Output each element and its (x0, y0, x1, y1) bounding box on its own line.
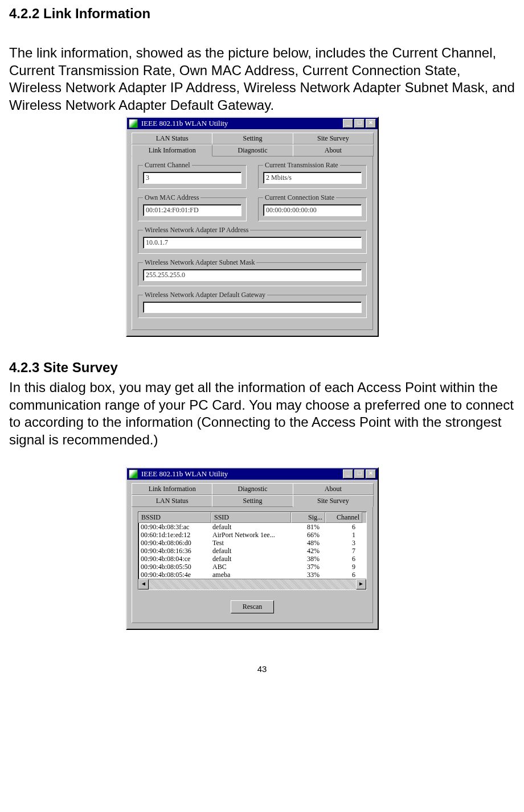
table-row[interactable]: 00:90:4b:08:3f:acdefault81%6 (138, 523, 366, 531)
tab-setting[interactable]: Setting (212, 495, 293, 507)
window-title: IEEE 802.11b WLAN Utility (140, 119, 342, 128)
listview-header[interactable]: BSSID SSID Sig... Channel (138, 512, 366, 523)
label-ip: Wireless Network Adapter IP Address (143, 226, 250, 234)
cell-bssid: 00:90:4b:08:16:36 (138, 547, 210, 555)
value-ip: 10.0.1.7 (143, 237, 362, 249)
table-row[interactable]: 00:90:4b:08:05:50ABC37%9 (138, 563, 366, 571)
page-number: 43 (9, 664, 515, 674)
heading-link-information: 4.2.2 Link Information (9, 6, 515, 22)
tab-diagnostic[interactable]: Diagnostic (212, 145, 293, 156)
cell-bssid: 00:90:4b:08:05:4e (138, 571, 210, 579)
cell-signal: 42% (289, 547, 322, 555)
horizontal-scrollbar[interactable]: ◄ ► (138, 579, 366, 590)
maximize-button[interactable]: □ (354, 469, 365, 479)
tab-setting[interactable]: Setting (212, 133, 293, 145)
cell-channel: 6 (322, 555, 358, 563)
cell-bssid: 00:90:4b:08:3f:ac (138, 523, 210, 531)
group-own-mac: Own MAC Address 00:01:24:F0:01:FD (138, 193, 247, 221)
tab-link-information[interactable]: Link Information (132, 483, 212, 495)
label-subnet: Wireless Network Adapter Subnet Mask (143, 258, 256, 267)
scroll-right-button[interactable]: ► (356, 579, 366, 590)
tab-site-survey[interactable]: Site Survey (293, 495, 374, 507)
cell-ssid: ABC (210, 563, 289, 571)
cell-signal: 33% (289, 571, 322, 579)
minimize-button[interactable]: _ (343, 119, 353, 128)
group-current-channel: Current Channel 3 (138, 161, 247, 189)
label-tx-rate: Current Transmission Rate (263, 161, 340, 170)
value-conn-state: 00:00:00:00:00:00 (263, 204, 362, 216)
table-row[interactable]: 00:60:1d:1e:ed:12AirPort Network 1ee...6… (138, 531, 366, 539)
cell-bssid: 00:90:4b:08:06:d0 (138, 539, 210, 547)
tab-about[interactable]: About (293, 483, 374, 495)
scroll-track[interactable] (149, 579, 356, 590)
paragraph-site-survey: In this dialog box, you may get all the … (9, 379, 515, 449)
cell-signal: 81% (289, 523, 322, 531)
col-bssid[interactable]: BSSID (138, 512, 211, 523)
label-own-mac: Own MAC Address (143, 193, 200, 202)
cell-ssid: Test (210, 539, 289, 547)
cell-ssid: default (210, 555, 289, 563)
cell-channel: 9 (322, 563, 358, 571)
cell-signal: 38% (289, 555, 322, 563)
cell-channel: 7 (322, 547, 358, 555)
cell-ssid: AirPort Network 1ee... (210, 531, 289, 539)
cell-channel: 3 (322, 539, 358, 547)
dialog-link-information: IEEE 802.11b WLAN Utility _ □ × LAN Stat… (126, 117, 379, 337)
cell-signal: 37% (289, 563, 322, 571)
scroll-left-button[interactable]: ◄ (138, 579, 149, 590)
group-subnet: Wireless Network Adapter Subnet Mask 255… (138, 258, 367, 286)
table-row[interactable]: 00:90:4b:08:06:d0Test48%3 (138, 539, 366, 547)
cell-channel: 6 (322, 571, 358, 579)
cell-bssid: 00:60:1d:1e:ed:12 (138, 531, 210, 539)
col-ssid[interactable]: SSID (211, 512, 291, 523)
tab-lan-status[interactable]: LAN Status (132, 495, 212, 507)
group-conn-state: Current Connection State 00:00:00:00:00:… (258, 193, 367, 221)
value-subnet: 255.255.255.0 (143, 269, 362, 281)
dialog-site-survey: IEEE 802.11b WLAN Utility _ □ × Link Inf… (126, 467, 379, 630)
value-current-channel: 3 (143, 172, 241, 184)
tab-panel-link-info: Current Channel 3 Current Transmission R… (132, 156, 373, 330)
cell-channel: 1 (322, 531, 358, 539)
app-icon (129, 469, 138, 479)
table-row[interactable]: 00:90:4b:08:16:36default42%7 (138, 547, 366, 555)
minimize-button[interactable]: _ (343, 469, 353, 479)
maximize-button[interactable]: □ (354, 119, 365, 128)
cell-bssid: 00:90:4b:08:05:50 (138, 563, 210, 571)
table-row[interactable]: 00:90:4b:08:04:cedefault38%6 (138, 555, 366, 563)
value-gateway (143, 302, 362, 313)
tab-diagnostic[interactable]: Diagnostic (212, 483, 293, 495)
group-tx-rate: Current Transmission Rate 2 Mbits/s (258, 161, 367, 189)
col-channel[interactable]: Channel (325, 512, 362, 523)
tab-link-information[interactable]: Link Information (132, 145, 212, 156)
cell-ssid: ameba (210, 571, 289, 579)
titlebar[interactable]: IEEE 802.11b WLAN Utility _ □ × (127, 468, 378, 480)
tab-panel-site-survey: BSSID SSID Sig... Channel 00:90:4b:08:3f… (132, 506, 373, 623)
close-button[interactable]: × (366, 469, 376, 479)
cell-ssid: default (210, 547, 289, 555)
rescan-button[interactable]: Rescan (231, 600, 275, 613)
label-gateway: Wireless Network Adapter Default Gateway (143, 291, 267, 299)
group-gateway: Wireless Network Adapter Default Gateway (138, 291, 367, 318)
value-own-mac: 00:01:24:F0:01:FD (143, 204, 241, 216)
table-row[interactable]: 00:90:4b:08:05:4eameba33%6 (138, 571, 366, 579)
titlebar[interactable]: IEEE 802.11b WLAN Utility _ □ × (127, 118, 378, 129)
listview-body[interactable]: 00:90:4b:08:3f:acdefault81%600:60:1d:1e:… (138, 523, 366, 579)
tab-site-survey[interactable]: Site Survey (293, 133, 374, 145)
close-button[interactable]: × (366, 119, 376, 128)
tab-about[interactable]: About (293, 145, 374, 156)
group-ip: Wireless Network Adapter IP Address 10.0… (138, 226, 367, 254)
label-conn-state: Current Connection State (263, 193, 336, 202)
paragraph-link-info: The link information, showed as the pict… (9, 44, 515, 114)
window-title: IEEE 802.11b WLAN Utility (140, 469, 342, 479)
col-signal[interactable]: Sig... (291, 512, 325, 523)
value-tx-rate: 2 Mbits/s (263, 172, 362, 184)
cell-channel: 6 (322, 523, 358, 531)
ap-listview[interactable]: BSSID SSID Sig... Channel 00:90:4b:08:3f… (138, 512, 367, 590)
cell-bssid: 00:90:4b:08:04:ce (138, 555, 210, 563)
cell-signal: 48% (289, 539, 322, 547)
cell-signal: 66% (289, 531, 322, 539)
tab-lan-status[interactable]: LAN Status (132, 133, 212, 145)
heading-site-survey: 4.2.3 Site Survey (9, 360, 515, 376)
app-icon (129, 119, 138, 128)
label-current-channel: Current Channel (143, 161, 192, 170)
